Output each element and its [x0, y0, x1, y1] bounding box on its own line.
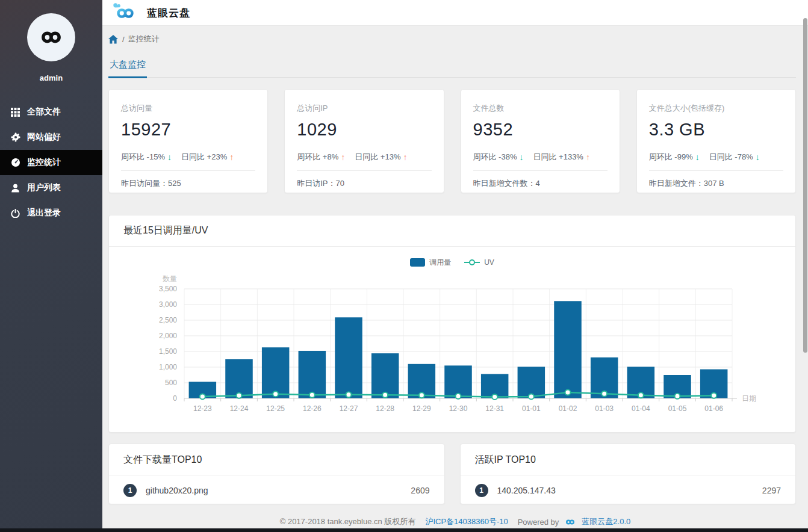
tab-dashboard-monitor[interactable]: 大盘监控 — [108, 59, 147, 78]
sidebar: admin 全部文件 — [0, 0, 102, 532]
svg-text:3,500: 3,500 — [159, 285, 177, 293]
username: admin — [40, 73, 63, 82]
svg-text:01-01: 01-01 — [522, 404, 541, 413]
svg-text:1,000: 1,000 — [159, 363, 177, 371]
top-bar: 蓝眼云盘 — [102, 0, 808, 26]
svg-text:12-24: 12-24 — [230, 404, 249, 413]
product-link[interactable]: 蓝眼云盘2.0.0 — [582, 516, 630, 527]
top-ips-card: 活跃IP TOP10 1 140.205.147.43 2297 — [460, 444, 797, 504]
sidebar-item-users[interactable]: 用户列表 — [0, 175, 102, 200]
sidebar-item-label: 全部文件 — [27, 107, 61, 117]
avatar[interactable] — [27, 13, 75, 61]
sidebar-item-label: 退出登录 — [27, 208, 61, 218]
svg-text:日期: 日期 — [742, 394, 756, 403]
chart-legend: 调用量UV — [109, 258, 795, 267]
svg-text:3,000: 3,000 — [159, 300, 177, 309]
sidebar-item-logout[interactable]: 退出登录 — [0, 200, 102, 226]
sidebar-item-preferences[interactable]: 网站偏好 — [0, 125, 102, 150]
day-trend-text: 日同比 +13% — [355, 152, 400, 162]
list-item: 1 github20x20.png 2609 — [109, 475, 444, 504]
legend-item-bar[interactable]: 调用量 — [410, 258, 451, 268]
week-trend-text: 周环比 -99% — [649, 152, 693, 162]
stat-card-total-size: 文件总大小(包括缓存) 3.3 GB 周环比 -99%↓ 日同比 -78%↓ 昨… — [636, 89, 796, 193]
svg-text:0: 0 — [173, 394, 177, 403]
stat-value: 1029 — [297, 120, 431, 140]
svg-text:12-29: 12-29 — [412, 404, 431, 413]
stat-bottom-text: 昨日访IP：70 — [297, 171, 431, 189]
svg-text:12-27: 12-27 — [340, 404, 358, 413]
chart-title: 最近15日调用量/UV — [109, 215, 795, 247]
home-icon[interactable] — [108, 35, 118, 44]
trend-arrow-icon: ↓ — [519, 152, 523, 162]
rank-badge: 1 — [475, 484, 488, 497]
content: / 监控统计 大盘监控 总访问量 15927 周环比 -15%↓ 日同比 +23… — [102, 26, 808, 512]
chart-card: 最近15日调用量/UV 调用量UV 05001,0001,5002,0002,5… — [108, 215, 796, 433]
ip-address: 140.205.147.43 — [497, 486, 556, 495]
svg-text:2,500: 2,500 — [159, 316, 177, 324]
file-name: github20x20.png — [146, 486, 208, 495]
svg-text:01-03: 01-03 — [595, 404, 614, 413]
power-icon — [10, 208, 20, 218]
svg-text:12-28: 12-28 — [376, 404, 394, 413]
legend-item-line[interactable]: UV — [464, 258, 494, 267]
legend-label: UV — [484, 258, 494, 267]
chart-canvas: 05001,0001,5002,0002,5003,0003,500数量日期12… — [109, 267, 795, 422]
svg-text:500: 500 — [165, 379, 177, 387]
vertical-scrollbar-thumb[interactable] — [803, 18, 807, 353]
stat-bottom-text: 昨日访问量：525 — [121, 171, 255, 189]
stat-trend: 周环比 -99%↓ 日同比 -78%↓ — [649, 152, 783, 162]
svg-text:12-31: 12-31 — [485, 404, 504, 413]
trend-arrow-icon: ↓ — [756, 152, 760, 162]
sidebar-item-label: 监控统计 — [27, 157, 61, 168]
icp-link[interactable]: 沪ICP备14038360号-10 — [425, 516, 508, 527]
stat-card-total-ips: 总访问IP 1029 周环比 +8%↑ 日同比 +13%↑ 昨日访IP：70 — [284, 89, 444, 193]
svg-text:12-26: 12-26 — [303, 404, 322, 413]
legend-line-swatch — [464, 259, 480, 266]
svg-text:01-04: 01-04 — [632, 404, 650, 413]
svg-text:12-23: 12-23 — [193, 404, 212, 413]
stat-label: 总访问IP — [297, 103, 431, 114]
legend-bar-swatch — [410, 258, 425, 267]
stat-card-total-visits: 总访问量 15927 周环比 -15%↓ 日同比 +23%↑ 昨日访问量：525 — [108, 89, 268, 193]
top-ips-title: 活跃IP TOP10 — [461, 444, 796, 475]
trend-arrow-icon: ↑ — [403, 152, 407, 162]
stat-bottom-text: 昨日新增文件数：4 — [473, 171, 608, 189]
rank-badge: 1 — [123, 484, 137, 497]
stat-value: 9352 — [473, 120, 608, 140]
sidebar-item-all-files[interactable]: 全部文件 — [0, 99, 102, 125]
stat-trend: 周环比 -38%↓ 日同比 +133%↑ — [473, 152, 608, 162]
breadcrumb-current: 监控统计 — [128, 34, 160, 45]
app-logo-icon — [110, 3, 141, 22]
svg-text:2,000: 2,000 — [159, 332, 177, 340]
visit-count: 2297 — [762, 486, 781, 495]
week-trend-text: 周环比 +8% — [297, 152, 338, 162]
top-downloads-card: 文件下载量TOP10 1 github20x20.png 2609 — [108, 444, 445, 504]
svg-text:01-06: 01-06 — [704, 404, 723, 413]
powered-by-text: Powered by — [518, 518, 559, 527]
breadcrumb-separator: / — [122, 35, 125, 44]
day-trend-text: 日同比 -78% — [709, 152, 753, 162]
svg-text:1,500: 1,500 — [159, 347, 177, 356]
stat-cards-row: 总访问量 15927 周环比 -15%↓ 日同比 +23%↑ 昨日访问量：525… — [108, 89, 796, 193]
tab-bar: 大盘监控 — [108, 59, 796, 78]
download-count: 2609 — [411, 486, 429, 495]
trend-arrow-icon: ↑ — [586, 152, 590, 162]
gear-icon — [10, 132, 20, 143]
week-trend-text: 周环比 -38% — [473, 152, 517, 162]
trend-arrow-icon: ↑ — [341, 152, 345, 162]
copyright-text: © 2017-2018 tank.eyeblue.cn 版权所有 — [280, 516, 416, 527]
sidebar-item-monitoring[interactable]: 监控统计 — [0, 150, 102, 175]
trend-arrow-icon: ↓ — [695, 152, 700, 162]
stat-value: 3.3 GB — [649, 120, 783, 140]
legend-label: 调用量 — [429, 258, 451, 268]
svg-text:01-05: 01-05 — [668, 404, 687, 413]
svg-text:12-25: 12-25 — [266, 404, 285, 413]
window-bottom-edge — [0, 528, 808, 532]
sidebar-nav: 全部文件 网站偏好 — [0, 99, 102, 226]
list-item: 1 140.205.147.43 2297 — [461, 475, 796, 504]
grid-icon — [10, 107, 20, 117]
stat-card-total-files: 文件总数 9352 周环比 -38%↓ 日同比 +133%↑ 昨日新增文件数：4 — [461, 89, 620, 193]
top-lists-row: 文件下载量TOP10 1 github20x20.png 2609 活跃IP T… — [108, 444, 796, 504]
stat-trend: 周环比 +8%↑ 日同比 +13%↑ — [297, 152, 431, 162]
app-title: 蓝眼云盘 — [147, 6, 190, 20]
